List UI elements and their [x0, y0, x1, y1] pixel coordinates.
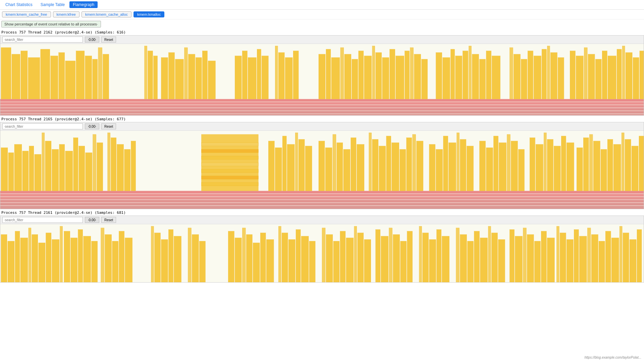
fg-controls-2: ·0.00· Reset	[0, 122, 644, 131]
svg-rect-256	[560, 233, 566, 282]
svg-rect-124	[268, 141, 274, 191]
svg-rect-72	[542, 49, 546, 99]
svg-rect-249	[515, 236, 522, 282]
svg-rect-216	[282, 233, 288, 282]
svg-rect-149	[443, 136, 448, 191]
svg-rect-43	[340, 48, 344, 99]
svg-rect-193	[84, 236, 91, 282]
svg-rect-261	[591, 235, 598, 282]
svg-rect-202	[161, 239, 168, 282]
svg-rect-99	[29, 146, 34, 191]
svg-rect-164	[547, 139, 553, 191]
filter-kmem-kmalloc[interactable]: kmem:kmalloc	[133, 11, 164, 17]
svg-rect-153	[467, 146, 474, 191]
svg-rect-217	[288, 239, 295, 282]
svg-rect-247	[498, 239, 505, 282]
svg-rect-128	[295, 133, 298, 191]
svg-rect-70	[528, 51, 533, 99]
svg-rect-209	[235, 238, 241, 282]
fg-reset-2[interactable]: Reset	[101, 123, 116, 129]
svg-rect-101	[42, 133, 45, 191]
flamegraph-2[interactable]: ·0.00· Reset	[0, 122, 644, 209]
svg-rect-204	[174, 236, 181, 282]
svg-rect-191	[71, 238, 77, 282]
svg-rect-248	[509, 230, 514, 282]
svg-rect-127	[287, 144, 294, 191]
svg-rect-214	[266, 239, 274, 282]
svg-rect-74	[550, 53, 557, 99]
fg-zoom-2[interactable]: ·0.00·	[85, 123, 99, 129]
tab-chart-statistics[interactable]: Chart Statistics	[2, 1, 36, 8]
fg-search-1[interactable]	[2, 37, 83, 43]
svg-rect-262	[599, 241, 605, 282]
svg-rect-236	[423, 233, 429, 282]
filter-kmem-cache-free[interactable]: kmem:kmem_cache_free	[2, 11, 51, 17]
svg-rect-257	[567, 239, 573, 282]
svg-rect-84	[622, 46, 625, 99]
svg-rect-96	[8, 153, 14, 191]
svg-rect-168	[577, 148, 583, 191]
fg-reset-3[interactable]: Reset	[101, 217, 116, 223]
filter-kmem-kfree[interactable]: kmem:kfree	[53, 11, 79, 17]
svg-rect-250	[523, 228, 526, 282]
svg-rect-87	[640, 51, 644, 99]
svg-rect-55	[414, 54, 421, 99]
svg-rect-232	[393, 235, 400, 282]
filter-kmem-cache-alloc[interactable]: kmem:kmem_cache_alloc	[82, 11, 131, 17]
svg-rect-125	[275, 148, 282, 191]
svg-rect-135	[343, 149, 350, 191]
fg-search-2[interactable]	[2, 123, 83, 129]
svg-rect-120	[201, 163, 258, 166]
svg-rect-177	[632, 146, 638, 191]
svg-rect-156	[493, 136, 498, 191]
svg-rect-23	[161, 58, 168, 99]
svg-rect-264	[611, 238, 619, 282]
pct-toggle-button[interactable]: Show percentage of event count relative …	[1, 21, 101, 27]
svg-rect-47	[364, 56, 372, 99]
svg-rect-30	[208, 61, 215, 99]
svg-rect-224	[340, 231, 345, 282]
svg-rect-190	[64, 231, 70, 282]
flamegraph-3[interactable]: ·0.00· Reset	[0, 216, 644, 283]
svg-rect-40	[319, 54, 325, 99]
svg-rect-103	[52, 149, 59, 191]
section-3-title: Process 757 Thread 2161 (provider@2.4-se…	[0, 209, 644, 216]
svg-rect-86	[633, 58, 639, 99]
fg-zoom-1[interactable]: ·0.00·	[85, 37, 99, 43]
svg-rect-158	[507, 134, 510, 191]
svg-rect-68	[514, 54, 520, 99]
svg-rect-259	[579, 236, 587, 282]
svg-rect-115	[131, 141, 136, 191]
svg-rect-35	[262, 56, 268, 99]
fg-search-3[interactable]	[2, 217, 83, 223]
svg-rect-150	[449, 143, 456, 191]
svg-rect-64	[480, 59, 486, 99]
svg-rect-117	[201, 143, 258, 146]
svg-rect-56	[422, 59, 428, 99]
svg-rect-258	[574, 230, 579, 282]
svg-rect-183	[20, 238, 28, 282]
svg-rect-169	[583, 138, 589, 191]
svg-rect-134	[337, 143, 343, 191]
svg-rect-39	[293, 51, 299, 99]
tab-flamegraph[interactable]: Flamegraph	[69, 1, 98, 8]
svg-rect-8	[12, 54, 20, 99]
svg-rect-48	[372, 46, 375, 99]
svg-rect-13	[59, 53, 65, 99]
svg-rect-253	[541, 231, 546, 282]
svg-rect-3	[0, 105, 644, 108]
svg-rect-75	[558, 58, 564, 99]
svg-rect-157	[499, 143, 506, 191]
fg-reset-1[interactable]: Reset	[101, 37, 116, 43]
svg-rect-18	[98, 48, 102, 99]
tab-sample-table[interactable]: Sample Table	[37, 1, 68, 8]
fg-zoom-3[interactable]: ·0.00·	[85, 217, 99, 223]
svg-rect-62	[469, 46, 472, 99]
fg-controls-3: ·0.00· Reset	[0, 216, 644, 224]
svg-rect-57	[436, 53, 442, 99]
flamegraph-1[interactable]: ·0.00· Reset	[0, 35, 644, 116]
svg-rect-129	[299, 139, 305, 191]
svg-rect-199	[125, 238, 132, 282]
svg-rect-210	[242, 228, 246, 282]
svg-rect-90	[0, 194, 644, 196]
